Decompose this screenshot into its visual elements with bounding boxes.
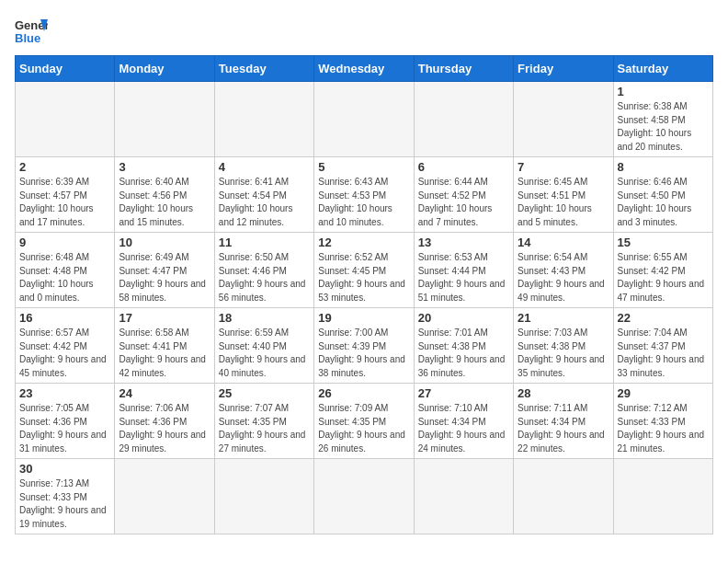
day-number: 12 xyxy=(318,236,409,249)
week-row-6: 30Sunrise: 7:13 AM Sunset: 4:33 PM Dayli… xyxy=(16,459,713,534)
calendar-cell: 10Sunrise: 6:49 AM Sunset: 4:47 PM Dayli… xyxy=(115,233,214,308)
day-info: Sunrise: 6:55 AM Sunset: 4:42 PM Dayligh… xyxy=(618,251,709,304)
calendar-cell: 7Sunrise: 6:45 AM Sunset: 4:51 PM Daylig… xyxy=(514,157,613,233)
calendar-cell: 21Sunrise: 7:03 AM Sunset: 4:38 PM Dayli… xyxy=(514,308,613,384)
day-info: Sunrise: 7:00 AM Sunset: 4:39 PM Dayligh… xyxy=(318,327,409,380)
calendar-cell: 8Sunrise: 6:46 AM Sunset: 4:50 PM Daylig… xyxy=(613,157,712,233)
day-info: Sunrise: 6:50 AM Sunset: 4:46 PM Dayligh… xyxy=(219,251,310,304)
day-number: 6 xyxy=(418,160,509,174)
day-number: 17 xyxy=(119,311,210,325)
day-info: Sunrise: 7:09 AM Sunset: 4:35 PM Dayligh… xyxy=(318,402,409,455)
calendar-cell: 20Sunrise: 7:01 AM Sunset: 4:38 PM Dayli… xyxy=(414,308,513,384)
svg-text:Blue: Blue xyxy=(15,31,40,45)
calendar-cell: 18Sunrise: 6:59 AM Sunset: 4:40 PM Dayli… xyxy=(214,308,313,384)
week-row-3: 9Sunrise: 6:48 AM Sunset: 4:48 PM Daylig… xyxy=(16,233,713,308)
day-number: 11 xyxy=(219,236,310,249)
day-info: Sunrise: 6:43 AM Sunset: 4:53 PM Dayligh… xyxy=(318,176,409,229)
calendar-cell: 2Sunrise: 6:39 AM Sunset: 4:57 PM Daylig… xyxy=(16,157,115,233)
day-number: 24 xyxy=(119,386,210,400)
day-number: 2 xyxy=(19,160,110,174)
calendar-cell: 23Sunrise: 7:05 AM Sunset: 4:36 PM Dayli… xyxy=(16,384,115,459)
day-number: 1 xyxy=(618,85,709,98)
calendar-cell: 30Sunrise: 7:13 AM Sunset: 4:33 PM Dayli… xyxy=(16,459,115,534)
calendar-cell xyxy=(514,459,613,534)
day-info: Sunrise: 6:46 AM Sunset: 4:50 PM Dayligh… xyxy=(618,176,709,229)
day-number: 27 xyxy=(418,386,509,400)
day-number: 20 xyxy=(418,311,509,325)
day-number: 14 xyxy=(518,236,609,249)
day-number: 22 xyxy=(618,311,709,325)
logo-icon: General Blue xyxy=(15,15,48,48)
calendar-cell: 9Sunrise: 6:48 AM Sunset: 4:48 PM Daylig… xyxy=(16,233,115,308)
day-header-thursday: Thursday xyxy=(414,56,513,82)
day-info: Sunrise: 6:53 AM Sunset: 4:44 PM Dayligh… xyxy=(418,251,509,304)
calendar-cell xyxy=(414,82,513,157)
calendar-table: SundayMondayTuesdayWednesdayThursdayFrid… xyxy=(15,55,713,534)
day-number: 16 xyxy=(19,311,110,325)
day-info: Sunrise: 6:57 AM Sunset: 4:42 PM Dayligh… xyxy=(19,327,110,380)
calendar-cell: 13Sunrise: 6:53 AM Sunset: 4:44 PM Dayli… xyxy=(414,233,513,308)
calendar-cell: 29Sunrise: 7:12 AM Sunset: 4:33 PM Dayli… xyxy=(613,384,712,459)
calendar-cell: 17Sunrise: 6:58 AM Sunset: 4:41 PM Dayli… xyxy=(115,308,214,384)
day-info: Sunrise: 7:07 AM Sunset: 4:35 PM Dayligh… xyxy=(219,402,310,455)
day-info: Sunrise: 7:01 AM Sunset: 4:38 PM Dayligh… xyxy=(418,327,509,380)
calendar-cell: 28Sunrise: 7:11 AM Sunset: 4:34 PM Dayli… xyxy=(514,384,613,459)
calendar-cell: 19Sunrise: 7:00 AM Sunset: 4:39 PM Dayli… xyxy=(314,308,414,384)
week-row-1: 1Sunrise: 6:38 AM Sunset: 4:58 PM Daylig… xyxy=(16,82,713,157)
day-header-saturday: Saturday xyxy=(613,56,712,82)
calendar-header-row: SundayMondayTuesdayWednesdayThursdayFrid… xyxy=(16,56,713,82)
day-number: 30 xyxy=(19,462,110,476)
day-info: Sunrise: 6:41 AM Sunset: 4:54 PM Dayligh… xyxy=(219,176,310,229)
calendar-cell: 12Sunrise: 6:52 AM Sunset: 4:45 PM Dayli… xyxy=(314,233,414,308)
day-number: 9 xyxy=(19,236,110,249)
page-header: General Blue xyxy=(15,15,713,48)
day-info: Sunrise: 7:03 AM Sunset: 4:38 PM Dayligh… xyxy=(518,327,609,380)
calendar-cell: 15Sunrise: 6:55 AM Sunset: 4:42 PM Dayli… xyxy=(613,233,712,308)
day-header-tuesday: Tuesday xyxy=(214,56,313,82)
calendar-cell xyxy=(214,459,313,534)
day-info: Sunrise: 6:48 AM Sunset: 4:48 PM Dayligh… xyxy=(19,251,110,304)
calendar-cell: 6Sunrise: 6:44 AM Sunset: 4:52 PM Daylig… xyxy=(414,157,513,233)
day-number: 23 xyxy=(19,386,110,400)
calendar-cell xyxy=(314,459,414,534)
day-info: Sunrise: 7:05 AM Sunset: 4:36 PM Dayligh… xyxy=(19,402,110,455)
day-info: Sunrise: 6:58 AM Sunset: 4:41 PM Dayligh… xyxy=(119,327,210,380)
calendar-cell xyxy=(613,459,712,534)
day-info: Sunrise: 6:54 AM Sunset: 4:43 PM Dayligh… xyxy=(518,251,609,304)
day-info: Sunrise: 6:59 AM Sunset: 4:40 PM Dayligh… xyxy=(219,327,310,380)
calendar-cell: 25Sunrise: 7:07 AM Sunset: 4:35 PM Dayli… xyxy=(214,384,313,459)
day-number: 4 xyxy=(219,160,310,174)
calendar-cell xyxy=(16,82,115,157)
logo: General Blue xyxy=(15,15,48,48)
day-info: Sunrise: 6:38 AM Sunset: 4:58 PM Dayligh… xyxy=(618,100,709,154)
calendar-cell: 24Sunrise: 7:06 AM Sunset: 4:36 PM Dayli… xyxy=(115,384,214,459)
day-header-monday: Monday xyxy=(115,56,214,82)
calendar-cell xyxy=(115,459,214,534)
day-info: Sunrise: 6:52 AM Sunset: 4:45 PM Dayligh… xyxy=(318,251,409,304)
calendar-cell: 4Sunrise: 6:41 AM Sunset: 4:54 PM Daylig… xyxy=(214,157,313,233)
day-info: Sunrise: 6:45 AM Sunset: 4:51 PM Dayligh… xyxy=(518,176,609,229)
calendar-cell: 1Sunrise: 6:38 AM Sunset: 4:58 PM Daylig… xyxy=(613,82,712,157)
calendar-cell xyxy=(514,82,613,157)
calendar-cell: 11Sunrise: 6:50 AM Sunset: 4:46 PM Dayli… xyxy=(214,233,313,308)
day-number: 21 xyxy=(518,311,609,325)
day-info: Sunrise: 7:10 AM Sunset: 4:34 PM Dayligh… xyxy=(418,402,509,455)
week-row-4: 16Sunrise: 6:57 AM Sunset: 4:42 PM Dayli… xyxy=(16,308,713,384)
calendar-cell: 14Sunrise: 6:54 AM Sunset: 4:43 PM Dayli… xyxy=(514,233,613,308)
day-number: 3 xyxy=(119,160,210,174)
calendar-cell: 22Sunrise: 7:04 AM Sunset: 4:37 PM Dayli… xyxy=(613,308,712,384)
week-row-5: 23Sunrise: 7:05 AM Sunset: 4:36 PM Dayli… xyxy=(16,384,713,459)
day-number: 29 xyxy=(618,386,709,400)
day-number: 10 xyxy=(119,236,210,249)
calendar-cell xyxy=(115,82,214,157)
day-header-sunday: Sunday xyxy=(16,56,115,82)
calendar-cell: 3Sunrise: 6:40 AM Sunset: 4:56 PM Daylig… xyxy=(115,157,214,233)
day-info: Sunrise: 6:44 AM Sunset: 4:52 PM Dayligh… xyxy=(418,176,509,229)
day-info: Sunrise: 6:39 AM Sunset: 4:57 PM Dayligh… xyxy=(19,176,110,229)
day-number: 18 xyxy=(219,311,310,325)
calendar-cell xyxy=(314,82,414,157)
day-number: 25 xyxy=(219,386,310,400)
day-info: Sunrise: 6:40 AM Sunset: 4:56 PM Dayligh… xyxy=(119,176,210,229)
day-info: Sunrise: 7:04 AM Sunset: 4:37 PM Dayligh… xyxy=(618,327,709,380)
day-info: Sunrise: 7:13 AM Sunset: 4:33 PM Dayligh… xyxy=(19,477,110,531)
